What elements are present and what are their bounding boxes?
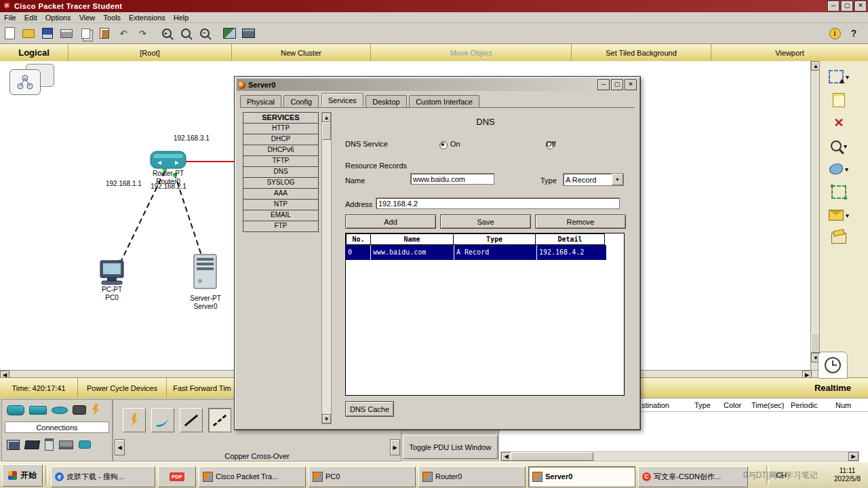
device-category-connections-icon[interactable]: [91, 404, 100, 416]
tab-physical[interactable]: Physical: [240, 95, 281, 107]
delete-icon[interactable]: ✕: [820, 111, 858, 134]
tab-services[interactable]: Services: [321, 93, 363, 106]
service-dhcp[interactable]: DHCP: [243, 134, 319, 145]
service-syslog[interactable]: SYSLOG: [243, 177, 319, 189]
select-tool-icon[interactable]: ▾: [820, 65, 858, 88]
close-icon[interactable]: ✕: [854, 1, 867, 12]
info-icon[interactable]: i: [826, 25, 844, 41]
type-select-arrow-icon[interactable]: ▼: [612, 174, 623, 185]
save-button[interactable]: Save: [440, 214, 531, 229]
pc-name-label[interactable]: PC0: [90, 294, 134, 301]
device-category-hubs-icon[interactable]: [52, 407, 68, 414]
dialog-titlebar[interactable]: Server0 ─ ▢ ✕: [237, 79, 638, 91]
canvas-vscrollbar[interactable]: ▲ ▼: [810, 61, 819, 370]
device-category-switches-icon[interactable]: [29, 406, 47, 415]
service-ntp[interactable]: NTP: [243, 199, 319, 210]
menu-extensions[interactable]: Extensions: [125, 13, 170, 22]
help-icon[interactable]: ?: [845, 25, 863, 41]
add-button[interactable]: Add: [345, 214, 436, 229]
end-device-laptop-icon[interactable]: [24, 440, 40, 449]
set-tiled-background-button[interactable]: Set Tiled Background: [572, 44, 711, 61]
logical-toggle[interactable]: Logical: [0, 44, 68, 61]
paste-icon[interactable]: [96, 25, 113, 41]
minimize-icon[interactable]: ─: [827, 1, 840, 12]
end-device-server-icon[interactable]: [45, 438, 54, 451]
maximize-icon[interactable]: ▢: [841, 1, 853, 12]
add-complex-pdu-icon[interactable]: [820, 227, 858, 250]
dns-cache-button[interactable]: DNS Cache: [345, 401, 394, 417]
print-icon[interactable]: [58, 25, 75, 41]
router0-device[interactable]: [151, 151, 186, 168]
server-name-label[interactable]: Server0: [183, 303, 228, 310]
realtime-label[interactable]: Realtime: [799, 378, 867, 398]
power-cycle-button[interactable]: Power Cycle Devices: [78, 378, 167, 398]
dns-on-radio[interactable]: [439, 141, 448, 149]
resize-shape-icon[interactable]: [820, 181, 858, 204]
service-http[interactable]: HTTP: [243, 123, 319, 134]
move-object-button[interactable]: Move Object: [371, 44, 572, 61]
viewport-button[interactable]: Viewport: [711, 44, 868, 61]
connection-auto-icon[interactable]: [123, 408, 146, 432]
task-csdn[interactable]: C 写文章-CSDN创作...: [638, 466, 748, 487]
task-pdf[interactable]: PDF: [158, 466, 196, 487]
connection-copper-crossover-icon[interactable]: [208, 408, 231, 432]
open-folder-icon[interactable]: [20, 25, 37, 41]
menu-edit[interactable]: Edit: [20, 13, 41, 22]
address-input[interactable]: [376, 198, 620, 209]
end-device-printer-icon[interactable]: [59, 440, 73, 449]
dns-on-label[interactable]: On: [450, 140, 460, 148]
name-input[interactable]: [410, 173, 494, 185]
save-icon[interactable]: [39, 25, 56, 41]
end-device-phone-icon[interactable]: [79, 440, 91, 449]
pdu-hscrollbar[interactable]: ◀ ▶: [500, 451, 859, 462]
toggle-pdu-list-button[interactable]: Toggle PDU List Window: [403, 435, 498, 459]
zoom-reset-icon[interactable]: [177, 25, 195, 41]
device-category-wireless-icon[interactable]: [73, 405, 86, 415]
inspect-icon[interactable]: ▾: [820, 134, 858, 157]
service-ftp[interactable]: FTP: [243, 221, 319, 232]
service-dhcpv6[interactable]: DHCPv6: [243, 145, 319, 156]
custom-devices-icon[interactable]: [239, 25, 257, 41]
menu-options[interactable]: Options: [41, 13, 75, 22]
task-pc0[interactable]: PC0: [309, 466, 416, 487]
realtime-clock-icon[interactable]: [818, 352, 848, 379]
remove-button[interactable]: Remove: [535, 214, 626, 229]
undo-icon[interactable]: ↶: [115, 25, 132, 41]
dns-table-row[interactable]: 0 www.baidu.com A Record 192.168.4.2: [346, 245, 624, 260]
new-file-icon[interactable]: [1, 25, 18, 41]
task-server0-active[interactable]: Server0: [528, 466, 635, 487]
dialog-minimize-icon[interactable]: ─: [597, 79, 610, 90]
menu-tools[interactable]: Tools: [99, 13, 125, 22]
dns-off-label[interactable]: Off: [546, 140, 555, 148]
tab-desktop[interactable]: Desktop: [366, 95, 406, 107]
services-scrollbar[interactable]: ▲ ▼: [321, 112, 332, 424]
type-select[interactable]: A Record ▼: [563, 173, 624, 186]
redo-icon[interactable]: ↷: [134, 25, 151, 41]
task-packet-tracer[interactable]: Cisco Packet Tra...: [199, 466, 306, 487]
drawing-palette-icon[interactable]: [220, 25, 238, 41]
menu-view[interactable]: View: [75, 13, 100, 22]
pc0-device[interactable]: [100, 261, 123, 284]
server0-device[interactable]: [194, 255, 216, 288]
zoom-in-icon[interactable]: +: [158, 25, 176, 41]
dialog-maximize-icon[interactable]: ▢: [611, 79, 623, 90]
tab-custom-interface[interactable]: Custom Interface: [409, 95, 479, 107]
router-name-label[interactable]: Router0: [144, 178, 192, 185]
start-button[interactable]: 开始: [2, 464, 43, 487]
zoom-out-icon[interactable]: −: [196, 25, 214, 41]
menu-help[interactable]: Help: [170, 13, 193, 22]
service-aaa[interactable]: AAA: [243, 188, 319, 200]
language-indicator[interactable]: CH: [772, 471, 791, 479]
place-note-icon[interactable]: [820, 88, 858, 111]
dialog-close-icon[interactable]: ✕: [625, 79, 637, 90]
service-tftp[interactable]: TFTP: [243, 155, 319, 167]
new-cluster-button[interactable]: New Cluster: [232, 44, 371, 61]
end-device-pc-icon[interactable]: [7, 440, 20, 450]
task-sogou[interactable]: e 皮肤下载 - 搜狗...: [51, 466, 155, 487]
root-button[interactable]: [Root]: [68, 44, 232, 61]
connection-console-icon[interactable]: [151, 408, 174, 432]
draw-shape-icon[interactable]: ▾: [820, 157, 858, 181]
service-dns[interactable]: DNS: [243, 166, 319, 178]
tab-config[interactable]: Config: [283, 95, 319, 107]
service-email[interactable]: EMAIL: [243, 210, 319, 221]
